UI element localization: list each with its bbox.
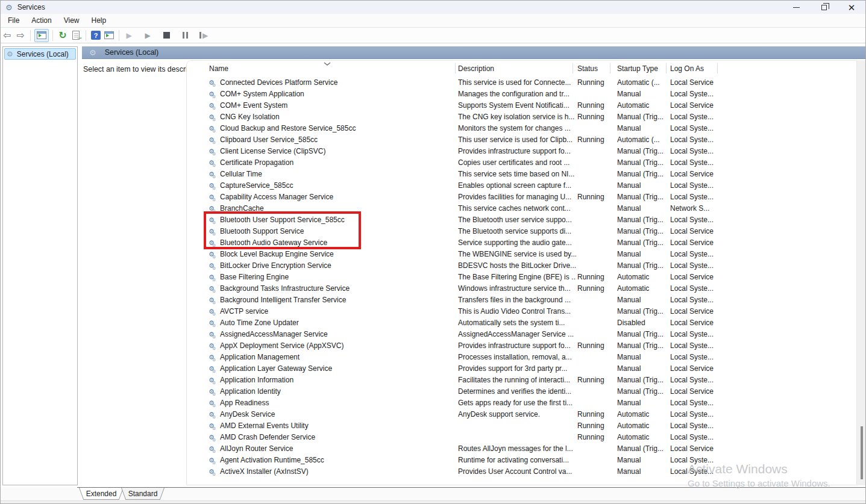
table-row[interactable]: ⚙ AMD External Events Utility Running Au…	[187, 420, 856, 432]
table-row[interactable]: ⚙ Clipboard User Service_585cc This user…	[187, 134, 856, 146]
table-row[interactable]: ⚙ Base Filtering Engine The Base Filteri…	[187, 272, 856, 283]
column-header-status[interactable]: Status	[577, 64, 598, 73]
table-row[interactable]: ⚙ AVCTP service This is Audio Video Cont…	[187, 306, 856, 317]
service-log-on-as: Local Syste...	[670, 260, 714, 272]
menu-action[interactable]: Action	[25, 14, 57, 26]
service-startup-type: Manual (Trig...	[617, 237, 669, 249]
table-row[interactable]: ⚙ Connected Devices Platform Service Thi…	[187, 77, 856, 89]
vertical-scrollbar[interactable]	[857, 60, 866, 485]
column-header-name[interactable]: Name	[209, 64, 228, 73]
table-row[interactable]: ⚙ CaptureService_585cc Enables optional …	[187, 180, 856, 191]
help-button[interactable]: ?	[90, 29, 102, 42]
service-startup-type: Automatic	[617, 283, 669, 294]
service-startup-type: Manual (Trig...	[617, 157, 669, 169]
service-gear-icon: ⚙	[209, 249, 215, 260]
table-row[interactable]: ⚙ Application Identity Determines and ve…	[187, 386, 856, 397]
service-status: Running	[577, 432, 604, 443]
restore-button[interactable]	[810, 1, 838, 14]
tab-standard[interactable]: Standard	[121, 488, 165, 500]
table-row[interactable]: ⚙ Application Layer Gateway Service Prov…	[187, 363, 856, 375]
service-description: This service sets time based on NI...	[458, 169, 576, 180]
table-row[interactable]: ⚙ Auto Time Zone Updater Automatically s…	[187, 317, 856, 329]
service-log-on-as: Local Service	[670, 443, 714, 455]
table-row[interactable]: ⚙ Capability Access Manager Service Prov…	[187, 191, 856, 203]
table-row[interactable]: ⚙ Background Tasks Infrastructure Servic…	[187, 283, 856, 294]
console-tree-panel: ⚙ Services (Local)	[2, 46, 78, 485]
menu-view[interactable]: View	[58, 14, 86, 26]
restore-icon	[821, 5, 827, 10]
tab-standard-label: Standard	[121, 488, 165, 500]
start-service-button[interactable]: ▶	[123, 29, 135, 42]
column-header-log-on-as[interactable]: Log On As	[670, 64, 704, 73]
services-app-icon: ⚙	[5, 4, 13, 11]
table-row[interactable]: ⚙ Cellular Time This service sets time b…	[187, 169, 856, 180]
table-row[interactable]: ⚙ Client License Service (ClipSVC) Provi…	[187, 146, 856, 157]
table-row[interactable]: ⚙ Block Level Backup Engine Service The …	[187, 249, 856, 260]
services-rows: ⚙ Connected Devices Platform Service Thi…	[187, 77, 856, 485]
export-list-button[interactable]: →	[70, 29, 82, 42]
service-description: Manages the configuration and tr...	[458, 89, 576, 100]
service-startup-type: Automatic (...	[617, 134, 669, 146]
table-row[interactable]: ⚙ AnyDesk Service AnyDesk support servic…	[187, 409, 856, 420]
minimize-button[interactable]	[782, 1, 810, 14]
scrollbar-thumb[interactable]	[861, 426, 863, 479]
table-row[interactable]: ⚙ COM+ Event System Supports System Even…	[187, 100, 856, 111]
table-row[interactable]: ⚙ Certificate Propagation Copies user ce…	[187, 157, 856, 169]
service-log-on-as: Local Syste...	[670, 249, 714, 260]
service-log-on-as: Local Syste...	[670, 123, 714, 134]
service-description: Provides infrastructure support fo...	[458, 146, 576, 157]
service-name: Certificate Propagation	[220, 157, 293, 169]
service-log-on-as: Local Service	[670, 363, 714, 375]
stop-service-button[interactable]	[160, 29, 172, 42]
table-row[interactable]: ⚙ CNG Key Isolation The CNG key isolatio…	[187, 111, 856, 123]
column-header-description[interactable]: Description	[458, 64, 494, 73]
forward-button[interactable]: ⇨	[14, 29, 27, 42]
refresh-button[interactable]: ↻	[57, 29, 69, 42]
close-button[interactable]: ✕	[838, 1, 865, 14]
table-row[interactable]: ⚙ AppX Deployment Service (AppXSVC) Prov…	[187, 340, 856, 352]
activate-windows-watermark-subtitle: Go to Settings to activate Windows.	[688, 478, 830, 488]
service-log-on-as: Local Syste...	[670, 180, 714, 191]
service-startup-type: Automatic	[617, 409, 669, 420]
pause-service-button[interactable]	[179, 29, 191, 42]
service-log-on-as: Local Syste...	[670, 146, 714, 157]
service-log-on-as: Local Service	[670, 306, 714, 317]
service-gear-icon: ⚙	[209, 146, 215, 157]
column-divider[interactable]	[573, 63, 573, 73]
service-startup-type: Automatic	[617, 272, 669, 283]
column-divider[interactable]	[717, 63, 718, 73]
service-status: Running	[577, 100, 604, 111]
table-row[interactable]: ⚙ COM+ System Application Manages the co…	[187, 89, 856, 100]
tree-item-services-local[interactable]: ⚙ Services (Local)	[4, 48, 76, 60]
table-row[interactable]: ⚙ Cloud Backup and Restore Service_585cc…	[187, 123, 856, 134]
service-status: Running	[577, 77, 604, 89]
resume-service-button[interactable]: ▶	[142, 29, 154, 42]
service-gear-icon: ⚙	[209, 455, 215, 466]
table-row[interactable]: ⚙ AssignedAccessManager Service Assigned…	[187, 329, 856, 340]
service-startup-type: Manual (Trig...	[617, 375, 669, 386]
table-row[interactable]: ⚙ App Readiness Gets apps ready for use …	[187, 397, 856, 409]
table-row[interactable]: ⚙ Application Management Processes insta…	[187, 352, 856, 363]
table-row[interactable]: ⚙ Application Information Facilitates th…	[187, 375, 856, 386]
back-button[interactable]: ⇦	[1, 29, 13, 42]
show-console-tree-button[interactable]	[34, 29, 49, 42]
column-divider[interactable]	[666, 63, 667, 73]
service-name: Background Tasks Infrastructure Service	[220, 283, 350, 294]
service-status: Running	[577, 409, 604, 420]
toolbar: ⇦ ⇨ ↻ → ? ▶ ▶ ▶	[1, 28, 865, 43]
service-description: Supports System Event Notificati...	[458, 100, 576, 111]
menu-file[interactable]: File	[2, 14, 25, 26]
table-row[interactable]: ⚙ BitLocker Drive Encryption Service BDE…	[187, 260, 856, 272]
menu-help[interactable]: Help	[86, 14, 113, 26]
table-row[interactable]: ⚙ AMD Crash Defender Service Running Aut…	[187, 432, 856, 443]
service-gear-icon: ⚙	[209, 272, 215, 283]
column-divider[interactable]	[610, 63, 610, 73]
column-header-startup-type[interactable]: Startup Type	[617, 64, 658, 73]
service-startup-type: Manual	[617, 397, 669, 409]
restart-service-button[interactable]: ▶	[198, 29, 210, 42]
table-row[interactable]: ⚙ Background Intelligent Transfer Servic…	[187, 294, 856, 306]
column-divider[interactable]	[455, 63, 456, 73]
tab-extended[interactable]: Extended	[79, 488, 124, 500]
show-hide-action-pane-button[interactable]	[103, 29, 115, 42]
table-row[interactable]: ⚙ AllJoyn Router Service Routes AllJoyn …	[187, 443, 856, 455]
